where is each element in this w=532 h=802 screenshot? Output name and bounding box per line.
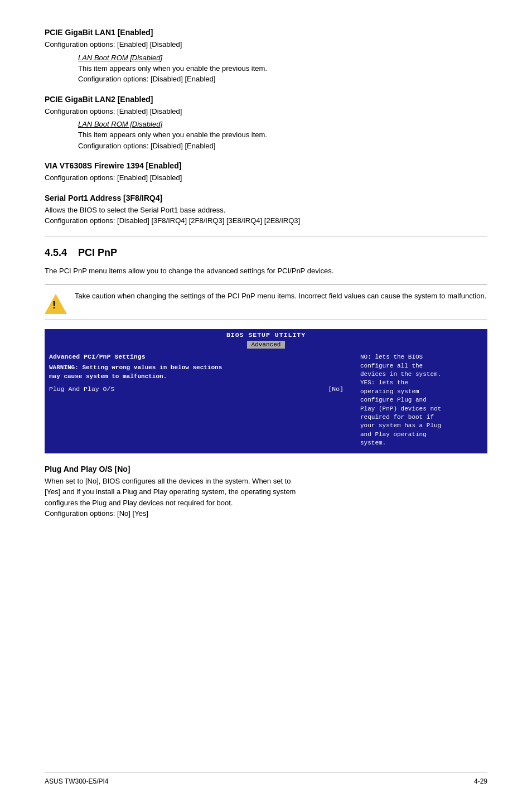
bios-right-text: NO: lets the BIOS configure all the devi…: [360, 353, 483, 447]
section-pcie-lan1: PCIE GigaBit LAN1 [Enabled] Configuratio…: [45, 28, 487, 85]
footer-product-name: ASUS TW300-E5/PI4: [45, 777, 109, 785]
bios-warning: WARNING: Setting wrong values in below s…: [49, 364, 355, 381]
heading-pcie-lan2: PCIE GigaBit LAN2 [Enabled]: [45, 95, 487, 104]
caution-icon: [45, 292, 67, 314]
caution-text: Take caution when changing the settings …: [75, 291, 486, 302]
subitem-text-lan1-line2: Configuration options: [Disabled] [Enabl…: [78, 74, 487, 85]
chapter-number: 4.5.4: [45, 247, 67, 258]
bios-right-panel: NO: lets the BIOS configure all the devi…: [360, 353, 483, 447]
config-serial-port1: Allows the BIOS to select the Serial Por…: [45, 205, 487, 226]
serial-port1-line1: Allows the BIOS to select the Serial Por…: [45, 205, 487, 216]
bios-item-value: [No]: [328, 385, 344, 393]
heading-plug-and-play: Plug And Play O/S [No]: [45, 465, 487, 474]
bios-warning-line2: may cause system to malfunction.: [49, 373, 355, 381]
serial-port1-line2: Configuration options: [Disabled] [3F8/I…: [45, 215, 487, 226]
bios-plug-play-item: Plug And Play O/S [No]: [49, 385, 355, 393]
subitem-label-lan2: LAN Boot ROM [Disabled]: [78, 120, 487, 128]
bios-title: BIOS SETUP UTILITY: [45, 329, 487, 340]
bios-left-panel: Advanced PCI/PnP Settings WARNING: Setti…: [49, 353, 360, 447]
warning-triangle-icon: [45, 294, 67, 314]
heading-serial-port1: Serial Port1 Address [3F8/IRQ4]: [45, 194, 487, 202]
subitem-pcie-lan1: LAN Boot ROM [Disabled] This item appear…: [78, 54, 487, 85]
chapter-name: PCI PnP: [78, 247, 117, 258]
section-serial-port1: Serial Port1 Address [3F8/IRQ4] Allows t…: [45, 194, 487, 226]
subitem-pcie-lan2: LAN Boot ROM [Disabled] This item appear…: [78, 120, 487, 151]
section-plug-and-play: Plug And Play O/S [No] When set to [No],…: [45, 465, 487, 519]
bios-content: Advanced PCI/PnP Settings WARNING: Setti…: [45, 350, 487, 447]
subitem-text-lan2-line2: Configuration options: [Disabled] [Enabl…: [78, 141, 487, 152]
heading-pcie-lan1: PCIE GigaBit LAN1 [Enabled]: [45, 28, 487, 37]
section-pcie-lan2: PCIE GigaBit LAN2 [Enabled] Configuratio…: [45, 95, 487, 152]
subitem-text-lan1-line1: This item appears only when you enable t…: [78, 63, 487, 74]
page-footer: ASUS TW300-E5/PI4 4-29: [45, 772, 487, 785]
chapter-intro: The PCI PnP menu items allow you to chan…: [45, 265, 487, 277]
plug-play-line4: Configuration options: [No] [Yes]: [45, 508, 487, 519]
bios-warning-line1: WARNING: Setting wrong values in below s…: [49, 364, 355, 372]
bios-screenshot: BIOS SETUP UTILITY Advanced Advanced PCI…: [45, 329, 487, 453]
section-via-firewire: VIA VT6308S Firewire 1394 [Enabled] Conf…: [45, 161, 487, 183]
heading-via-firewire: VIA VT6308S Firewire 1394 [Enabled]: [45, 161, 487, 170]
bios-tab-advanced: Advanced: [247, 341, 286, 349]
bios-section-title: Advanced PCI/PnP Settings: [49, 353, 355, 360]
bios-item-label: Plug And Play O/S: [49, 385, 114, 393]
subitem-label-lan1: LAN Boot ROM [Disabled]: [78, 54, 487, 62]
plug-play-line1: When set to [No], BIOS configures all th…: [45, 476, 487, 487]
chapter-divider: [45, 236, 487, 237]
chapter-pci-pnp: 4.5.4 PCI PnP The PCI PnP menu items all…: [45, 247, 487, 453]
subitem-text-lan2-line1: This item appears only when you enable t…: [78, 129, 487, 141]
plug-play-line3: configures the Plug and Play devices not…: [45, 497, 487, 509]
plug-play-line2: [Yes] and if you install a Plug and Play…: [45, 486, 487, 497]
bios-tab-bar: Advanced: [45, 340, 487, 350]
config-via-firewire: Configuration options: [Enabled] [Disabl…: [45, 172, 487, 183]
caution-box: Take caution when changing the settings …: [45, 284, 487, 320]
config-pcie-lan2: Configuration options: [Enabled] [Disabl…: [45, 106, 487, 117]
body-plug-and-play: When set to [No], BIOS configures all th…: [45, 476, 487, 519]
footer-page-number: 4-29: [474, 777, 487, 785]
config-pcie-lan1: Configuration options: [Enabled] [Disabl…: [45, 39, 487, 50]
chapter-title: 4.5.4 PCI PnP: [45, 247, 487, 259]
